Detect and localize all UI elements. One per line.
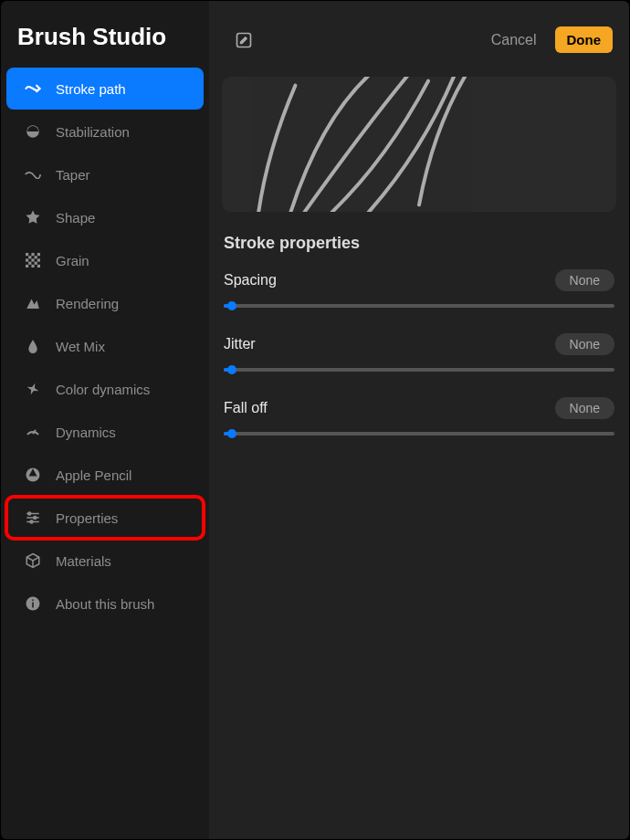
svg-point-20 — [34, 517, 37, 520]
color-dynamics-icon — [23, 379, 43, 399]
about-icon — [23, 593, 43, 614]
sidebar-item-label: Properties — [56, 510, 118, 526]
sidebar-item-label: Stroke path — [56, 81, 126, 97]
sidebar-item-stabilization[interactable]: Stabilization — [6, 110, 204, 152]
svg-rect-4 — [28, 256, 31, 258]
grain-icon — [23, 250, 43, 270]
brush-preview — [222, 77, 616, 212]
slider-value-badge[interactable]: None — [555, 397, 614, 419]
sidebar: Brush Studio Stroke path Stabilization T… — [1, 1, 209, 839]
sidebar-item-label: Taper — [56, 167, 90, 183]
edit-button[interactable] — [231, 27, 257, 53]
svg-rect-13 — [37, 265, 40, 268]
slider-value-badge[interactable]: None — [555, 269, 614, 291]
svg-rect-10 — [35, 262, 37, 265]
section-title: Stroke properties — [209, 230, 629, 269]
taper-icon — [23, 164, 43, 184]
svg-rect-2 — [31, 253, 34, 256]
wet-mix-icon — [23, 336, 43, 356]
svg-rect-9 — [28, 262, 31, 265]
slider-label: Spacing — [224, 272, 277, 289]
apple-pencil-icon — [23, 465, 43, 485]
sidebar-item-label: Color dynamics — [56, 382, 150, 397]
sidebar-item-wet-mix[interactable]: Wet Mix — [6, 325, 204, 367]
sidebar-item-stroke-path[interactable]: Stroke path — [6, 68, 204, 110]
sidebar-item-grain[interactable]: Grain — [6, 239, 204, 281]
sidebar-item-rendering[interactable]: Rendering — [6, 282, 204, 324]
sidebar-item-color-dynamics[interactable]: Color dynamics — [6, 368, 204, 410]
materials-icon — [23, 551, 43, 571]
sidebar-item-taper[interactable]: Taper — [6, 153, 204, 195]
svg-rect-11 — [26, 265, 28, 268]
slider-label: Fall off — [224, 400, 268, 416]
sidebar-item-label: Grain — [56, 253, 89, 268]
dynamics-icon — [23, 422, 43, 442]
done-button[interactable]: Done — [555, 26, 614, 53]
sidebar-item-label: Apple Pencil — [56, 467, 131, 483]
sidebar-item-label: Shape — [56, 210, 95, 226]
sidebar-item-label: About this brush — [56, 596, 154, 612]
slider-falloff: Fall off None — [209, 397, 629, 461]
svg-rect-5 — [35, 256, 37, 258]
sidebar-item-label: Dynamics — [56, 425, 116, 440]
sidebar-item-dynamics[interactable]: Dynamics — [6, 411, 204, 453]
sidebar-item-materials[interactable]: Materials — [6, 540, 204, 582]
sidebar-item-properties[interactable]: Properties — [6, 497, 204, 539]
slider-track[interactable] — [224, 304, 614, 308]
svg-rect-1 — [26, 253, 28, 256]
svg-rect-7 — [31, 258, 34, 261]
svg-rect-3 — [37, 253, 40, 256]
cancel-button[interactable]: Cancel — [491, 32, 537, 48]
main-panel: Cancel Done Stroke properties Spacing — [209, 1, 629, 839]
svg-line-14 — [33, 430, 36, 435]
slider-label: Jitter — [224, 336, 256, 352]
svg-rect-8 — [37, 258, 40, 261]
properties-icon — [23, 508, 43, 528]
sidebar-item-label: Wet Mix — [56, 339, 105, 354]
stroke-path-icon — [23, 79, 43, 99]
sidebar-item-label: Materials — [56, 553, 111, 569]
svg-rect-6 — [26, 258, 28, 261]
sidebar-item-shape[interactable]: Shape — [6, 196, 204, 238]
shape-icon — [23, 207, 43, 227]
sidebar-item-label: Rendering — [56, 296, 119, 311]
stabilization-icon — [23, 121, 43, 142]
svg-point-21 — [30, 520, 33, 523]
slider-jitter: Jitter None — [209, 333, 629, 397]
header: Cancel Done — [209, 1, 629, 69]
svg-rect-24 — [32, 603, 34, 608]
slider-value-badge[interactable]: None — [555, 333, 614, 355]
svg-rect-25 — [32, 600, 34, 602]
sidebar-item-about[interactable]: About this brush — [6, 583, 204, 625]
sidebar-item-label: Stabilization — [56, 124, 130, 140]
sidebar-item-apple-pencil[interactable]: Apple Pencil — [6, 454, 204, 496]
rendering-icon — [23, 293, 43, 313]
slider-spacing: Spacing None — [209, 269, 629, 333]
slider-track[interactable] — [224, 432, 614, 436]
svg-point-19 — [28, 512, 31, 515]
svg-rect-12 — [31, 265, 34, 268]
slider-track[interactable] — [224, 368, 614, 372]
page-title: Brush Studio — [1, 1, 209, 68]
